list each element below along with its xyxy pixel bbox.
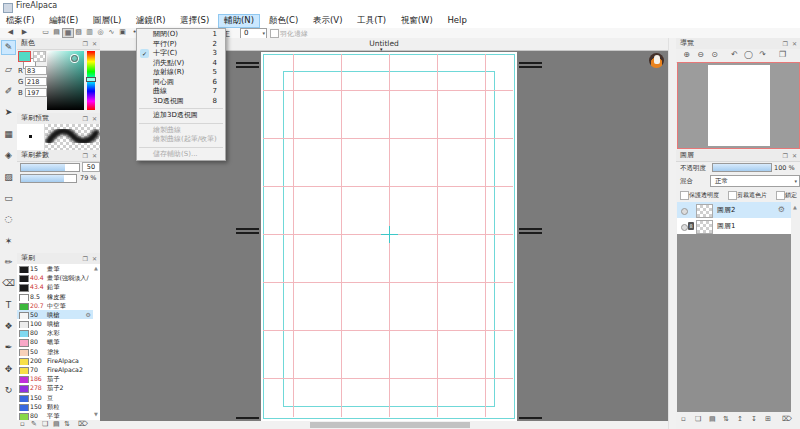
horizontal-scrollbar[interactable] — [100, 421, 668, 429]
guide-handle[interactable] — [236, 232, 259, 234]
menu-item-snap-3d[interactable]: 3D透視圖8 — [137, 97, 225, 107]
protect-alpha-checkbox[interactable] — [680, 191, 689, 200]
b-input[interactable] — [25, 88, 47, 97]
menu-item-snap-radial[interactable]: 放射線(R)5 — [137, 68, 225, 78]
menu-file[interactable]: 檔案(F) — [0, 14, 41, 28]
eraser-tool[interactable]: ▱ — [1, 62, 16, 77]
float-panel-icon[interactable]: ❐ — [83, 253, 88, 264]
brush-size-value[interactable]: 50 — [82, 162, 100, 172]
guide-handle[interactable] — [519, 417, 542, 419]
snap-radial-button[interactable]: ▥ — [84, 28, 95, 37]
snap-circle-button[interactable]: ◎ — [95, 28, 106, 37]
guide-handle[interactable] — [519, 228, 542, 230]
select-rect-tool[interactable]: ▭ — [1, 191, 16, 206]
feather-checkbox[interactable] — [270, 29, 279, 38]
menu-tool[interactable]: 工具(T) — [351, 14, 392, 28]
layer-settings-icon[interactable]: ⚙ — [778, 205, 785, 214]
select-eraser-tool[interactable]: ⌫ — [1, 276, 16, 291]
close-panel-icon[interactable]: ✕ — [792, 150, 797, 161]
magic-wand-tool[interactable]: ✶ — [1, 234, 16, 249]
guide-handle[interactable] — [519, 232, 542, 234]
menu-item-snap-crisscross[interactable]: ✓十字(C)3 — [137, 49, 225, 59]
snap-3d-button[interactable]: ▣ — [117, 28, 128, 37]
menu-help[interactable]: Help — [441, 14, 472, 28]
menu-snap[interactable]: 輔助(N) — [218, 14, 260, 28]
brush-item[interactable]: 278茄子2 — [17, 383, 93, 392]
fit-window-icon[interactable]: ❐ — [776, 49, 789, 60]
menu-window[interactable]: 視窗(W) — [395, 14, 439, 28]
fill-tool[interactable]: ▦ — [1, 127, 16, 142]
move-tool[interactable]: ➤ — [1, 105, 16, 120]
close-panel-icon[interactable]: ✕ — [792, 38, 797, 49]
guide-handle[interactable] — [236, 66, 259, 68]
text-tool[interactable]: T — [1, 298, 16, 313]
brush-item[interactable]: 43.4鉛筆 — [17, 282, 93, 291]
brush-item[interactable]: 100噴槍 — [17, 319, 93, 328]
layer-grid-icon[interactable]: ⊞ — [765, 415, 771, 423]
menu-select[interactable]: 選擇(S) — [174, 14, 215, 28]
guide-handle[interactable] — [236, 62, 259, 64]
rotate-right-icon[interactable]: ↷ — [756, 49, 769, 60]
blend-dropdown[interactable]: 正常 ▾ — [710, 175, 800, 187]
edit-brush-icon[interactable]: ✎ — [31, 420, 37, 428]
menu-item-add-3d[interactable]: 追加3D透視圖 — [137, 111, 225, 121]
layer-scroll-up[interactable]: ▲ — [793, 204, 797, 210]
brush-item[interactable]: 15畫筆 — [17, 264, 93, 273]
move-layer-down-icon[interactable]: ↧ — [751, 415, 757, 423]
brush-item[interactable]: 8.5橡皮擦 — [17, 292, 93, 301]
snap-parallel-button[interactable]: ▤ — [51, 28, 62, 37]
lock-checkbox[interactable] — [776, 191, 785, 200]
brush-size-slider[interactable] — [20, 163, 80, 172]
canvas-page[interactable] — [261, 52, 517, 421]
brush-item[interactable]: 80水彩 — [17, 328, 93, 337]
move-layer-up-icon[interactable]: ↥ — [737, 415, 743, 423]
g-input[interactable] — [25, 77, 47, 86]
brush-item[interactable]: 80蠟筆 — [17, 337, 93, 346]
brush-opacity-slider[interactable] — [20, 174, 77, 183]
bucket-tool[interactable]: ◈ — [1, 148, 16, 163]
guide-handle[interactable] — [236, 417, 259, 419]
rotate-tool[interactable]: ↻ — [1, 383, 16, 398]
close-panel-icon[interactable]: ✕ — [92, 150, 97, 161]
brush-item[interactable]: 80平筆 — [17, 411, 93, 420]
menu-color[interactable]: 顏色(C) — [263, 14, 305, 28]
transparent-color-button[interactable] — [33, 51, 46, 62]
add-brush-icon[interactable]: ▫ — [20, 420, 25, 428]
layer-visibility-toggle[interactable] — [681, 224, 688, 231]
hand-tool[interactable]: ✥ — [1, 362, 16, 377]
layer-row[interactable]: 8 圖層1 — [677, 218, 791, 235]
brush-item[interactable]: 20.7中空筆 — [17, 301, 93, 310]
opacity-slider[interactable] — [712, 163, 772, 172]
zoom-in-icon[interactable]: ⊕ — [680, 49, 693, 60]
layer-row-selected[interactable]: 圖層2 ⚙ — [677, 202, 791, 219]
brush-item[interactable]: 70FireAlpaca2 — [17, 365, 93, 374]
menu-item-snap-circle[interactable]: 同心圓6 — [137, 78, 225, 88]
close-panel-icon[interactable]: ✕ — [92, 38, 97, 49]
menu-item-snap-off[interactable]: 關閉(O)1 — [137, 30, 225, 40]
menu-edit[interactable]: 編輯(E) — [43, 14, 84, 28]
r-input[interactable] — [25, 66, 47, 75]
guide-handle[interactable] — [236, 228, 259, 230]
merge-layer-icon[interactable]: ⇅ — [723, 415, 729, 423]
brush-scroll-down[interactable]: ▼ — [94, 411, 98, 417]
navigator-thumbnail[interactable] — [677, 62, 800, 149]
float-panel-icon[interactable]: ❐ — [783, 38, 788, 49]
hue-bar[interactable] — [87, 51, 95, 110]
delete-layer-icon[interactable]: ⌦ — [782, 415, 792, 423]
snap-curve-button[interactable]: ∿ — [106, 28, 117, 37]
close-panel-icon[interactable]: ✕ — [92, 253, 97, 264]
brush-scroll-up[interactable]: ▲ — [94, 265, 98, 271]
layer-folder-icon[interactable]: ▤ — [709, 415, 716, 423]
brush-item[interactable]: 150顆粒 — [17, 402, 93, 411]
brush-item[interactable]: 150豆 — [17, 393, 93, 402]
menu-layer[interactable]: 圖層(L) — [87, 14, 127, 28]
delete-brush-icon[interactable]: ⌦ — [78, 420, 88, 428]
clipping-checkbox[interactable] — [728, 191, 737, 200]
foreground-color-swatch[interactable] — [18, 51, 31, 62]
duplicate-layer-icon[interactable]: ❏ — [695, 415, 701, 423]
rotate-left-icon[interactable]: ↶ — [728, 49, 741, 60]
lasso-tool[interactable]: ◌ — [1, 212, 16, 227]
brush-sort-icon[interactable]: ⇅ — [64, 420, 70, 428]
gradient-tool[interactable]: ▨ — [1, 170, 16, 185]
brush-settings-icon[interactable]: ⚙ — [86, 310, 91, 319]
